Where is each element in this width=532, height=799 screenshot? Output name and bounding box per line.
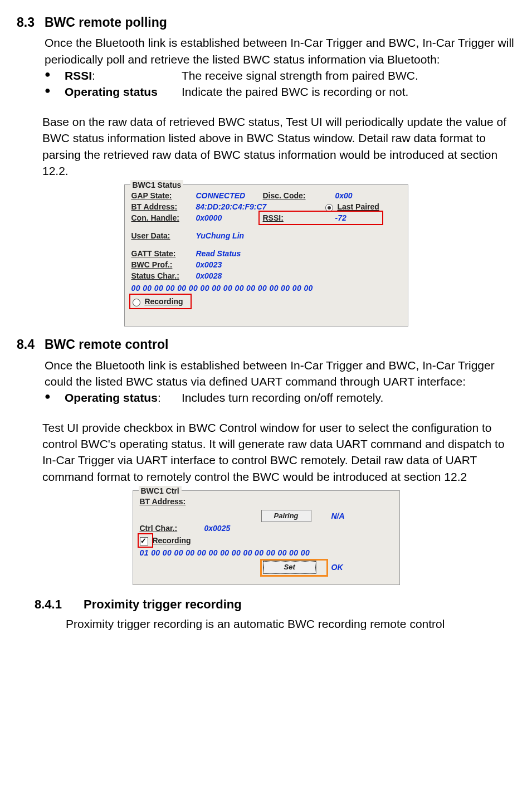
groupbox-title: BWC1 Status <box>130 180 184 191</box>
pairing-status: N/A <box>331 511 345 520</box>
section-8-4-1-intro: Proximity trigger recording is an automa… <box>66 616 515 632</box>
bullet-item: ● Operating status: Includes turn record… <box>45 389 515 406</box>
section-8-3-heading: 8.3BWC remote polling <box>17 13 515 31</box>
gatt-state-value: Read Status <box>196 249 241 258</box>
bullet-dot-icon: ● <box>45 389 65 403</box>
bt-address-value: 84:DD:20:C4:F9:C7 <box>196 202 267 211</box>
section-title: Proximity trigger recording <box>84 597 242 611</box>
bt-address-label: BT Address: <box>140 497 186 506</box>
recording-label: Recording <box>144 297 183 306</box>
groupbox-title: BWC1 Ctrl <box>139 486 182 497</box>
bwc-prof-label: BWC Prof.: <box>131 260 173 269</box>
bullet-item: ● Operating status Indicate the paired B… <box>45 84 515 100</box>
rssi-label: RSSI: <box>263 213 284 222</box>
gap-state-value: CONNECTED <box>196 191 246 200</box>
bullet-dot-icon: ● <box>45 84 65 98</box>
section-title: BWC remote polling <box>45 15 167 30</box>
status-char-value: 0x0028 <box>196 271 222 280</box>
bullet-desc: Includes turn recording on/off remotely. <box>182 389 515 406</box>
status-hex-bytes: 00 00 00 00 00 00 00 00 00 00 00 00 00 0… <box>131 283 313 294</box>
section-8-4-heading: 8.4BWC remote control <box>17 335 515 353</box>
con-handle-label: Con. Handle: <box>131 213 179 222</box>
con-handle-value: 0x0000 <box>196 213 222 222</box>
section-8-4-intro: Once the Bluetooth link is established b… <box>45 357 515 390</box>
last-paired-label: Last Paired <box>337 202 379 211</box>
bullet-dot-icon: ● <box>45 67 65 81</box>
bullet-desc: Indicate the paired BWC is recording or … <box>182 84 515 100</box>
bullet-term: RSSI: <box>65 67 182 84</box>
rssi-value: -72 <box>335 213 346 222</box>
ctrl-char-value: 0x0025 <box>204 524 231 533</box>
bwc-status-window: BWC1 Status GAP State: CONNECTED Disc. C… <box>124 184 408 327</box>
recording-radio[interactable] <box>133 299 140 306</box>
pairing-button[interactable]: Pairing <box>261 510 311 522</box>
bwc-ctrl-window: BWC1 Ctrl BT Address: Pairing N/A Ctrl C… <box>133 490 400 585</box>
bullet-item: ● RSSI: The receive signal strength from… <box>45 67 515 84</box>
ctrl-hex-bytes: 01 00 00 00 00 00 00 00 00 00 00 00 00 0… <box>140 548 310 559</box>
gap-state-label: GAP State: <box>131 191 172 200</box>
bullet-desc: The receive signal strength from paired … <box>182 67 515 84</box>
recording-label: Recording <box>152 536 191 545</box>
section-number: 8.4 <box>17 335 45 353</box>
user-data-value: YuChung Lin <box>196 231 245 240</box>
section-number: 8.4.1 <box>35 596 84 613</box>
bwc-prof-value: 0x0023 <box>196 260 222 269</box>
user-data-label: User Data: <box>131 231 170 240</box>
section-8-3-intro: Once the Bluetooth link is established b… <box>45 35 515 67</box>
set-button[interactable]: Set <box>263 561 316 573</box>
disc-code-value: 0x00 <box>335 191 353 200</box>
section-title: BWC remote control <box>45 337 168 352</box>
section-number: 8.3 <box>17 13 45 31</box>
bullet-term: Operating status <box>65 84 182 100</box>
disc-code-label: Disc. Code: <box>263 191 306 200</box>
status-char-label: Status Char.: <box>131 271 179 280</box>
section-8-4-paragraph: Test UI provide checkbox in BWC Control … <box>42 420 515 485</box>
section-8-3-paragraph: Base on the raw data of retrieved BWC st… <box>42 114 515 179</box>
recording-checkbox[interactable] <box>140 537 148 545</box>
set-status: OK <box>331 563 343 572</box>
ctrl-char-label: Ctrl Char.: <box>140 524 178 533</box>
bullet-term: Operating status: <box>65 389 182 406</box>
bt-address-label: BT Address: <box>131 202 178 211</box>
gatt-state-label: GATT State: <box>131 249 176 258</box>
section-8-4-1-heading: 8.4.1Proximity trigger recording <box>35 596 515 613</box>
